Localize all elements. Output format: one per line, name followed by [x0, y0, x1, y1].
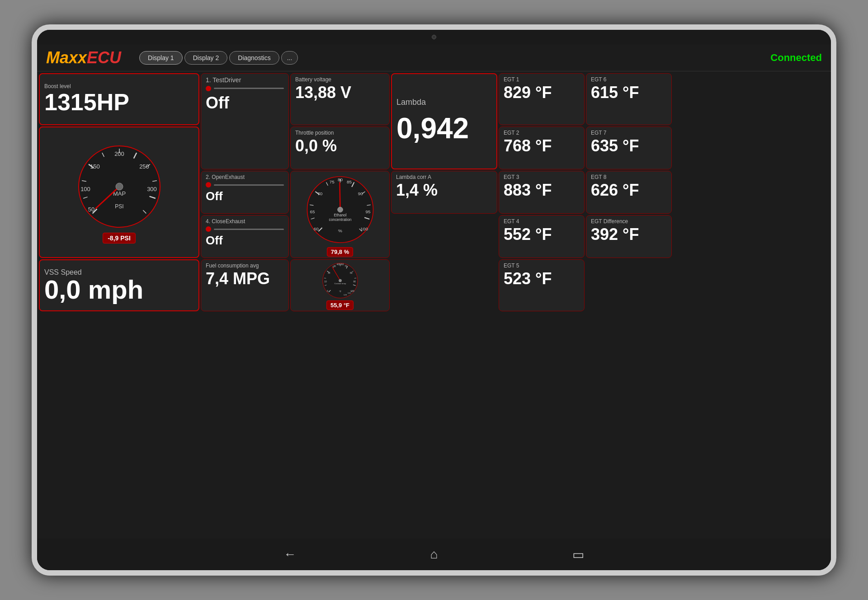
lambda-label: Lambda: [396, 98, 492, 108]
lambda-corra-card: Lambda corr A 1,4 %: [391, 171, 497, 214]
lambda-value: 0,942: [396, 112, 492, 145]
svg-text:40: 40: [336, 263, 339, 266]
closeexhaust-label: 4. CloseExhaust: [206, 218, 284, 225]
egt7-card: EGT 7 635 °F: [586, 127, 672, 169]
svg-text:0: 0: [326, 290, 328, 292]
app-area: MaxxECU Display 1 Display 2 Diagnostics …: [37, 44, 831, 570]
svg-text:PSI: PSI: [115, 203, 123, 210]
vss-speed-card: VSS Speed 0,0 mph: [39, 259, 199, 311]
egt7-label: EGT 7: [591, 130, 667, 136]
slider-dot-close: [206, 226, 211, 232]
openexhaust-label: 2. OpenExhaust: [206, 174, 284, 180]
nav-home-button[interactable]: ⌂: [423, 543, 445, 566]
egt3-value: 883 °F: [504, 180, 580, 200]
openexhaust-value: Off: [206, 189, 284, 203]
ethanol-badge: 79,8 %: [327, 247, 353, 257]
logo-ecu: ECU: [87, 48, 121, 67]
egt6-card: EGT 6 615 °F: [586, 73, 672, 125]
throttle-card: Throttle position 0,0 %: [290, 127, 390, 169]
svg-point-21: [116, 183, 123, 190]
svg-text:50: 50: [88, 206, 94, 213]
tab-display2[interactable]: Display 2: [184, 51, 228, 65]
slider-track: [214, 88, 284, 89]
svg-line-46: [340, 183, 340, 210]
egt4-card: EGT 4 552 °F: [499, 215, 585, 258]
tab-diagnostics[interactable]: Diagnostics: [229, 51, 279, 65]
recents-icon: ▭: [572, 547, 584, 562]
egt3-card: EGT 3 883 °F: [499, 171, 585, 214]
svg-text:60: 60: [313, 226, 319, 231]
lambda-card: Lambda 0,942: [391, 73, 497, 169]
egt5-value: 523 °F: [504, 269, 580, 288]
boost-value: 1315HP: [44, 89, 194, 115]
tablet-top-bar: [37, 30, 831, 44]
svg-point-47: [337, 207, 343, 212]
home-icon: ⌂: [430, 547, 438, 562]
psi-gauge-svg: 50 100 150 200 250 300 MAP PSI: [74, 141, 165, 232]
top-bar: MaxxECU Display 1 Display 2 Diagnostics …: [37, 44, 831, 71]
egt-diff-card: EGT Difference 392 °F: [586, 215, 672, 258]
egt2-label: EGT 2: [504, 130, 580, 136]
egt4-label: EGT 4: [504, 218, 580, 225]
svg-text:Ethanol: Ethanol: [334, 213, 346, 217]
svg-text:65: 65: [310, 209, 315, 214]
egt6-value: 615 °F: [591, 83, 667, 102]
svg-text:120: 120: [343, 294, 347, 296]
svg-text:60: 60: [341, 263, 344, 266]
svg-text:70: 70: [317, 191, 323, 196]
openexhaust-slider: [206, 182, 284, 188]
svg-text:150: 150: [90, 163, 100, 170]
tab-display1[interactable]: Display 1: [139, 51, 183, 65]
connection-status: Connected: [770, 52, 822, 64]
tablet-frame: MaxxECU Display 1 Display 2 Diagnostics …: [32, 24, 836, 576]
svg-text:80: 80: [337, 177, 343, 182]
svg-text:300: 300: [147, 186, 157, 192]
fuelavg-card: Fuel consumption avg 7,4 MPG: [201, 259, 289, 311]
svg-text:50: 50: [339, 263, 341, 266]
svg-text:200: 200: [114, 150, 124, 157]
svg-text:75: 75: [329, 179, 335, 184]
svg-text:250: 250: [139, 163, 149, 170]
svg-text:90: 90: [358, 191, 363, 196]
testdriver-label: 1. TestDriver: [206, 76, 284, 84]
svg-text:100: 100: [360, 226, 368, 231]
svg-text:10: 10: [324, 281, 327, 283]
svg-text:70: 70: [344, 265, 347, 267]
egt5-card: EGT 5 523 °F: [499, 259, 585, 311]
main-dashboard: Boost level 1315HP: [37, 71, 831, 539]
egt8-label: EGT 8: [591, 174, 667, 180]
svg-text:95: 95: [365, 209, 371, 214]
egt-diff-value: 392 °F: [591, 225, 667, 244]
coolant-gauge-svg: 0 10 20 30 40 50 60 70 80 90 100 110 120…: [298, 261, 382, 300]
testdriver-value: Off: [206, 93, 284, 112]
svg-text:110: 110: [347, 292, 351, 294]
testdriver-card: 1. TestDriver Off: [201, 73, 289, 169]
egt3-label: EGT 3: [504, 174, 580, 180]
slider-dot: [206, 86, 211, 91]
tab-more[interactable]: ...: [281, 51, 298, 65]
egt1-label: EGT 1: [504, 76, 580, 83]
closeexhaust-slider: [206, 226, 284, 232]
egt2-value: 768 °F: [504, 136, 580, 155]
tab-bar: Display 1 Display 2 Diagnostics ...: [139, 51, 298, 65]
gauge-psi-card: 50 100 150 200 250 300 MAP PSI -8,9 PS: [39, 127, 199, 258]
svg-text:100: 100: [350, 290, 354, 292]
slider-track-open: [214, 184, 284, 186]
boost-card: Boost level 1315HP: [39, 73, 199, 125]
app-logo: MaxxECU: [46, 48, 121, 67]
camera-dot: [432, 35, 436, 39]
nav-recents-button[interactable]: ▭: [567, 543, 590, 566]
throttle-value: 0,0 %: [295, 136, 385, 155]
vss-speed-value: 0,0 mph: [44, 277, 194, 303]
closeexhaust-value: Off: [206, 234, 284, 248]
ethanol-card: 60 65 70 75 80 85 90 95 100 Ethanol conc…: [290, 171, 390, 258]
egt-diff-label: EGT Difference: [591, 218, 667, 225]
closeexhaust-card: 4. CloseExhaust Off: [201, 215, 289, 258]
throttle-label: Throttle position: [295, 130, 385, 136]
nav-back-button[interactable]: ←: [278, 543, 301, 566]
lambda-corra-label: Lambda corr A: [396, 174, 492, 180]
egt7-value: 635 °F: [591, 136, 667, 155]
bottom-nav: ← ⌂ ▭: [37, 539, 831, 570]
fuelavg-value: 7,4 MPG: [206, 269, 284, 288]
egt8-card: EGT 8 626 °F: [586, 171, 672, 214]
